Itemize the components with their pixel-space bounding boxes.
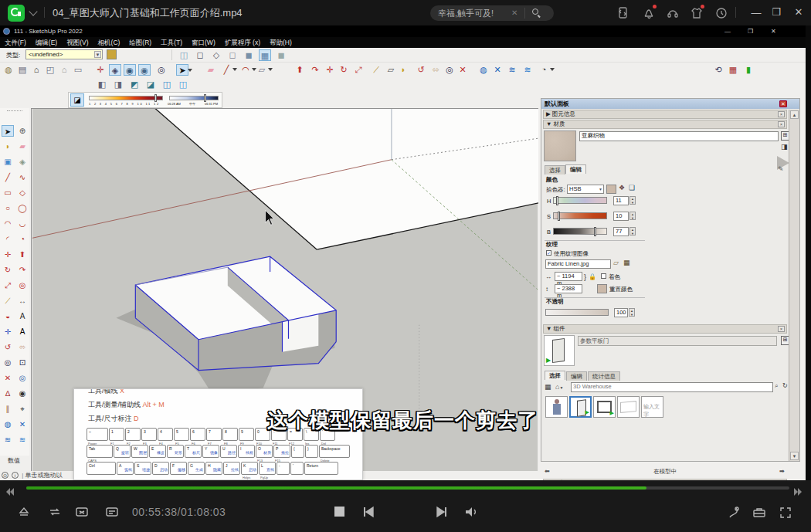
monochrome-icon[interactable]: ◼ [275, 49, 287, 61]
seek-back-icon[interactable] [6, 485, 14, 499]
texture-file-field[interactable]: Fabric Linen.jpg [545, 259, 611, 269]
texture-preview-icon[interactable]: ▦ [623, 259, 630, 266]
use-texture-checkbox[interactable]: ✓ [546, 250, 551, 256]
paint-bucket-tool-icon[interactable]: ◗ [2, 141, 14, 152]
scale-tool-icon[interactable]: ⤢ [2, 280, 14, 291]
opacity-slider[interactable] [545, 309, 609, 316]
skin-shirt-icon[interactable] [690, 6, 704, 20]
offset-tool-icon[interactable]: ◎ [16, 280, 29, 291]
sk-minimize-button[interactable]: — [724, 25, 731, 37]
section-cuts-icon[interactable]: ≋ [506, 64, 518, 76]
section-box-5-icon[interactable]: ◫ [161, 79, 173, 90]
colorize-checkbox[interactable] [601, 273, 606, 279]
menu-7[interactable]: 扩展程序 (x) [220, 37, 265, 48]
section-fill-icon[interactable]: ≋ [521, 64, 534, 76]
panel-close-icon[interactable]: ✕ [779, 100, 787, 107]
component-tab-edit[interactable]: 编辑 [566, 371, 587, 381]
axes-tool-icon[interactable]: ✛ [2, 326, 14, 337]
pencil-icon[interactable]: ╱ [220, 64, 232, 76]
menu-8[interactable]: 帮助(H) [265, 37, 297, 48]
tape-measure-icon[interactable]: ⟋ [370, 64, 382, 76]
loop-icon[interactable] [48, 505, 62, 519]
pan-tool-icon[interactable]: ⬄ [16, 341, 29, 353]
materials-section[interactable]: ▼ 材质× [543, 120, 787, 129]
zoom-window-tool-icon[interactable]: ⊡ [16, 357, 29, 368]
shadow-time-slider[interactable] [169, 96, 219, 100]
previous-button[interactable] [361, 506, 375, 518]
texture-height-field[interactable]: ~ 2388 m [555, 284, 582, 293]
panel-title[interactable]: 默认面板 [541, 99, 799, 109]
menu-0[interactable]: 文件(F) [0, 37, 31, 48]
section-close-icon[interactable]: × [778, 111, 785, 117]
select-icon[interactable]: ➤ [176, 64, 188, 76]
tray-icon[interactable]: ▭ [72, 64, 84, 76]
zoom-window-2-icon[interactable]: ◎ [155, 64, 168, 76]
sample-paint-icon[interactable]: ✎ [778, 165, 784, 173]
section-plane-icon[interactable]: ◍ [477, 64, 490, 76]
follow-me-icon[interactable]: ↷ [309, 64, 321, 76]
rotate-tool-icon[interactable]: ↻ [2, 264, 14, 276]
lock-aspect-icon[interactable]: 🔒 [589, 273, 596, 280]
progress-bar[interactable] [26, 486, 789, 490]
picker-combobox[interactable]: HSB▼ [567, 185, 604, 194]
history-clock-icon[interactable] [714, 6, 728, 20]
opacity-spinner[interactable]: ▲▼ [629, 308, 635, 317]
scale-icon[interactable]: ⤢ [352, 64, 365, 76]
orbit-icon[interactable]: ↺ [415, 64, 427, 76]
classifier-icon[interactable] [107, 49, 117, 59]
notification-bell-icon[interactable] [642, 6, 656, 20]
push-pull-icon[interactable]: ⬆ [294, 64, 306, 76]
tray-table-icon[interactable]: ▦ [727, 64, 739, 76]
menu-5[interactable]: 工具(T) [156, 37, 187, 48]
undo-style-icon[interactable]: ⟲ [712, 64, 724, 76]
rectangle-icon[interactable]: ▱ [256, 64, 268, 76]
component-tab-stats[interactable]: 统计信息 [588, 371, 620, 381]
h-slider[interactable] [553, 197, 607, 204]
menu-4[interactable]: 绘图(R) [124, 37, 156, 48]
zoom-icon[interactable]: ◎ [443, 64, 456, 76]
two-point-arc-tool-icon[interactable]: ◡ [16, 218, 29, 229]
wireframe-icon[interactable]: ◇ [210, 49, 222, 61]
b-slider[interactable] [553, 228, 607, 235]
color-by-axis-icon[interactable]: ▣ [2, 156, 14, 168]
box-tool-icon[interactable]: ▤ [16, 64, 29, 76]
refresh-icon[interactable]: ↻ [782, 382, 788, 389]
zoom-extents-tool-icon[interactable]: ✕ [2, 372, 14, 384]
top-view-icon[interactable]: ◉ [124, 64, 136, 76]
move-icon[interactable]: ✛ [324, 64, 336, 76]
material-tab-select[interactable]: 选择 [545, 165, 565, 175]
eraser-tool-icon[interactable]: ▰ [16, 141, 29, 152]
material-thumbnail[interactable] [544, 130, 576, 161]
close-button[interactable]: ✕ [793, 6, 804, 18]
browse-texture-icon[interactable]: ▱ [613, 259, 619, 266]
maximize-button[interactable]: ❒ [771, 6, 782, 18]
paint-bucket-icon[interactable]: ◗ [397, 64, 409, 76]
s-value-field[interactable]: 10 [613, 212, 629, 221]
tape-tool-icon[interactable]: ⟋ [2, 295, 14, 307]
texture-width-field[interactable]: ~ 1194 m [555, 272, 582, 281]
search-text[interactable]: 幸福,触手可及! [438, 8, 494, 19]
minimize-button[interactable]: — [751, 7, 762, 19]
opacity-value-field[interactable]: 100 [614, 308, 628, 317]
playlist-icon[interactable] [105, 505, 119, 519]
previous-view-tool-icon[interactable]: ◎ [16, 372, 29, 384]
next-page-icon[interactable]: ➡ [779, 468, 785, 475]
credits-icon[interactable]: i [12, 472, 19, 479]
circle-tool-icon[interactable]: ○ [2, 202, 14, 214]
eject-icon[interactable] [17, 505, 31, 519]
back-edges-icon[interactable]: ◻ [194, 49, 206, 61]
match-screen-color-icon[interactable]: ❏ [629, 184, 635, 191]
search-box[interactable]: 幸福,触手可及! ✕ [430, 5, 554, 21]
section-box-3-icon[interactable]: ◩ [128, 79, 141, 90]
text-tool-icon[interactable]: A [16, 310, 29, 322]
b-value-field[interactable]: 77 [613, 227, 629, 236]
polygon-tool-icon[interactable]: ◯ [16, 202, 29, 214]
fullscreen-icon[interactable] [779, 506, 792, 520]
warehouse-search-field[interactable]: 3D Warehouse [571, 382, 773, 392]
home-icon[interactable]: ⌂▼ [555, 383, 563, 391]
signin-person-icon[interactable]: ◔ [538, 64, 550, 76]
shadow-month-slider[interactable] [89, 96, 163, 100]
headset-icon[interactable] [666, 6, 680, 20]
section-fill-tool-icon[interactable]: ≋ [16, 434, 29, 446]
sk-close-button[interactable]: ✕ [771, 25, 776, 37]
